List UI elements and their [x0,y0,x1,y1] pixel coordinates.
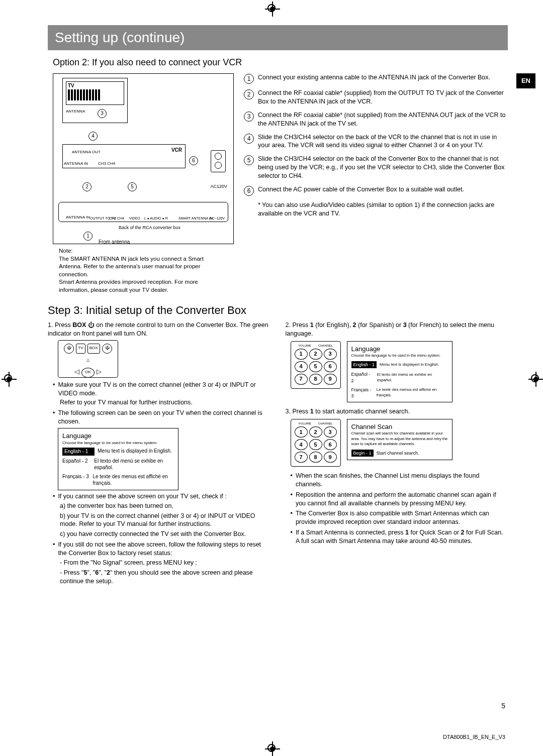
vcr-label: VCR [171,147,182,154]
reg-mark-left [4,374,12,382]
step-text-3: Connect the RF coaxial cable* (not suppl… [258,111,508,128]
bullet-icon: • [53,541,55,558]
reg-mark-top [267,4,276,12]
reg-mark-right [531,374,539,382]
back-caption: Back of the RCA converter box [119,225,180,231]
reg-mark-bottom [267,744,276,752]
note-text: The SMART ANTENNA IN jack lets you conne… [59,256,204,293]
bullet-smart-antenna: The Converter Box is also compatible wit… [296,509,508,526]
ch3ch4-label: CH3 CH4 [98,161,115,167]
note-label: Note: [59,248,73,254]
step-num-1: 1 [244,74,254,84]
step-text-5: Slide the CH3/CH4 selector on the back o… [258,155,508,180]
channel-scan-screen: Channel Scan Channel scan will search fo… [347,419,452,460]
conv-ac: AC~120V [210,216,225,221]
lang-fr: Français - 3 [62,473,89,480]
step-num-2: 2 [244,89,254,99]
bullet-icon: • [53,381,55,398]
lang-sub: Choose the language to be used in the me… [62,441,174,446]
diagram-marker-4: 4 [88,132,98,141]
remote-up-icon: △ [83,356,93,366]
tv-label: TV [68,82,74,89]
bullet-scan-finish: When the scan finishes, the Channel List… [296,472,508,489]
conv-audio: L ● AUDIO ● R [144,216,168,221]
lang-en: English - 1 [62,448,95,456]
bullet-screen: The following screen can be seen on your… [58,409,270,426]
lang-title: Language [62,431,174,441]
page-title-bar: Setting up (continue) [48,25,508,50]
keypad-illustration-2: VOLUMECHANNEL 123 456 789 [291,419,341,467]
conv-antenna-in: ANTENNA IN [66,215,90,221]
keypad-illustration: VOLUMECHANNEL 123 456 789 [291,341,341,389]
bullet-icon: • [53,409,55,426]
from-antenna-label: From antenna [99,239,130,246]
converter-box: ANTENNA IN OUTPUT TO TV CH3 CH4 VIDEO L … [58,202,228,222]
page-number: 5 [501,701,505,711]
reset-1: - From the "No Signal" screen, press MEN… [60,559,270,567]
conv-smart: SMART ANTENNA IN [178,216,213,221]
remote-power-icon: ⏻ [64,344,74,354]
step3-heading: Step 3: Initial setup of the Converter B… [48,303,508,318]
diagram-marker-5: 5 [128,182,137,191]
step3-instruction-3: 3. Press 1 to start automatic channel se… [286,407,508,416]
diagram-marker-2: 2 [82,182,92,191]
bullet-icon: • [291,528,293,546]
step-text-2: Connect the RF coaxial cable* (supplied)… [258,89,508,106]
bullet-tv-channel: Make sure your TV is on the correct chan… [58,381,270,398]
remote-left-icon: ◁ [74,368,79,378]
conv-video: VIDEO [129,216,140,221]
remote-right-icon: ▷ [97,368,102,378]
bullet-icon: • [53,492,55,501]
option2-heading: Option 2: If you also need to connect yo… [53,56,508,68]
step-num-4: 4 [244,134,254,144]
check-b: b) your TV is on the correct channel (ei… [60,512,270,529]
remote-power2-icon: ⏻ [102,344,112,354]
remote-tv-button: TV [76,344,85,354]
bullet-icon: • [291,509,293,526]
step-num-3: 3 [244,112,254,122]
bullet-icon: • [291,472,293,489]
conv-ch3ch4: CH3 CH4 [109,216,124,221]
step3-instruction-2: 2. Press 1 (for English), 2 (for Spanish… [286,321,508,338]
reset-2: - Press "5", "6", "2" then you should se… [60,569,270,586]
step-num-5: 5 [244,155,254,165]
diagram-marker-1: 1 [83,232,93,241]
language-screen: Language Choose the language to be used … [58,428,178,490]
remote-illustration: ⏻ TV BOX ⏻ △ ◁ OK ▷ [58,340,118,378]
antenna-in-label: ANTENNA IN [64,161,88,167]
check-c: c) you have correctly connected the TV s… [60,530,270,538]
ac-label: AC120V [210,183,227,189]
steps-footnote: * You can also use Audio/Video cables (s… [258,201,508,218]
diagram-marker-3: 3 [98,109,107,118]
language-screen-b: Language Choose the language to be used … [347,341,452,402]
tv-device: TV ANTENNA [62,78,128,123]
step-text-1: Connect your existing antenna cable to t… [258,73,508,84]
step-text-4: Slide the CH3/CH4 selector on the back o… [258,133,508,150]
bullet-cannot-see: If you cannot see the above screen on yo… [58,492,226,501]
step-num-6: 6 [244,186,254,196]
antenna-label: ANTENNA [66,109,85,115]
footer-doc-id: DTA800B1_IB_EN_E_V3 [443,733,505,741]
remote-ok-button: OK [81,368,95,378]
bullet-quick-full-scan: If a Smart Antenna is connected, press 1… [296,528,508,546]
note-box: Note: The SMART ANTENNA IN jack lets you… [59,247,225,294]
language-badge: EN [516,73,535,88]
bullet-tv-channel-sub: Refer to your TV manual for further inst… [60,398,270,407]
step-text-6: Connect the AC power cable of the Conver… [258,185,508,196]
check-a: a) the converter box has been turned on, [60,502,270,510]
connection-diagram: TV ANTENNA 3 4 VCR ANTENNA OUT ANTENNA I… [53,73,234,244]
wall-outlet [211,150,226,172]
remote-box-button: BOX [87,344,100,354]
step3-instruction-1: 1. Press BOX ⏻ on the remote control to … [48,321,270,338]
diagram-marker-6: 6 [189,156,198,165]
bullet-icon: • [291,491,293,508]
vcr-device: VCR ANTENNA OUT ANTENNA IN CH3 CH4 [62,144,186,168]
bullet-reposition: Reposition the antenna and perform the a… [296,491,508,508]
antenna-out-label: ANTENNA OUT [72,150,101,155]
bullet-reset: If you still do not see the above screen… [58,541,270,558]
lang-es: Español - 2 [62,458,91,465]
